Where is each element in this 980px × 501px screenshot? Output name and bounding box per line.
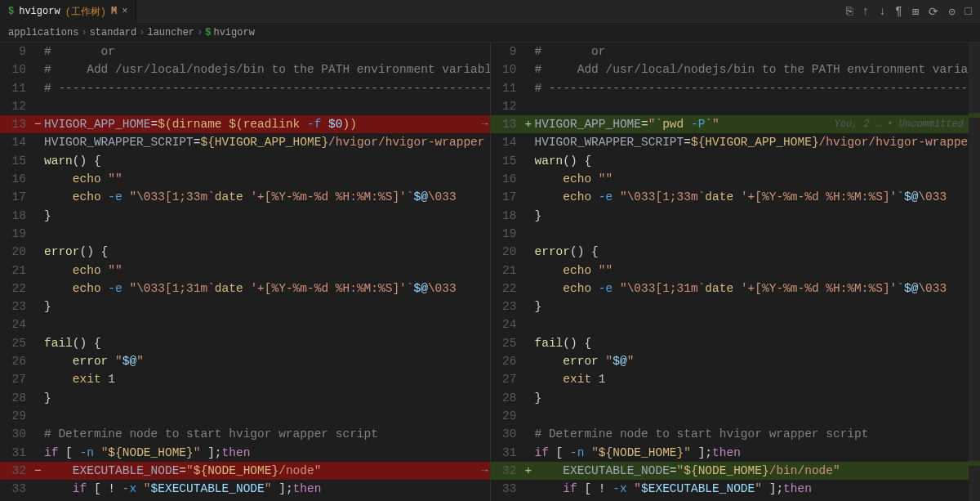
- diff-sign: [34, 207, 44, 225]
- line-number: 21: [0, 262, 34, 280]
- code-line[interactable]: 19: [491, 225, 981, 243]
- toolbar-icon-6[interactable]: ⊝: [948, 5, 955, 19]
- toolbar-icon-7[interactable]: □: [965, 5, 972, 18]
- code-line[interactable]: 13+HVIGOR_APP_HOME="`pwd -P`"You, 2 … • …: [491, 115, 981, 133]
- diff-sign: [34, 243, 44, 261]
- code-text: echo -e "\033[1;33m`date '+[%Y-%m-%d %H:…: [535, 188, 981, 206]
- diff-arrow-icon[interactable]: →: [482, 115, 488, 133]
- code-line[interactable]: 22 echo -e "\033[1;31m`date '+[%Y-%m-%d …: [491, 280, 981, 297]
- code-line[interactable]: 10# Add /usr/local/nodejs/bin to the PAT…: [491, 60, 981, 78]
- code-line[interactable]: 26 error "$@": [491, 352, 981, 370]
- code-line[interactable]: 25fail() {: [0, 334, 490, 352]
- code-area-right[interactable]: 9# or10# Add /usr/local/nodejs/bin to th…: [491, 42, 981, 501]
- code-line[interactable]: 23}: [491, 297, 981, 315]
- code-line[interactable]: 33 if [ ! -x "$EXECUTABLE_NODE" ];then: [491, 480, 981, 498]
- diff-pane-modified[interactable]: 9# or10# Add /usr/local/nodejs/bin to th…: [491, 42, 981, 501]
- code-line[interactable]: 18}: [0, 207, 490, 225]
- toolbar-icon-5[interactable]: ⟳: [929, 5, 938, 19]
- line-number: 28: [491, 389, 525, 407]
- code-line[interactable]: 10# Add /usr/local/nodejs/bin to the PAT…: [0, 60, 490, 78]
- code-line[interactable]: 21 echo "": [0, 262, 490, 280]
- code-line[interactable]: 26 error "$@": [0, 352, 490, 370]
- code-line[interactable]: 16 echo "": [0, 170, 490, 188]
- crumb[interactable]: standard: [90, 27, 137, 38]
- line-number: 33: [0, 480, 34, 498]
- code-line[interactable]: 34 fail "ERROR: NODE_HOME is set to an i…: [0, 498, 490, 501]
- code-line[interactable]: 27 exit 1: [491, 370, 981, 388]
- tab-suffix: (工作树): [65, 5, 106, 19]
- code-line[interactable]: 25fail() {: [491, 334, 981, 352]
- code-line[interactable]: 16 echo "": [491, 170, 981, 188]
- line-number: 19: [0, 225, 34, 243]
- code-line[interactable]: 18}: [491, 207, 981, 225]
- toolbar-icon-4[interactable]: ⊞: [912, 5, 919, 19]
- code-line[interactable]: 12: [491, 97, 981, 115]
- diff-sign: [525, 280, 535, 297]
- code-line[interactable]: 24: [491, 315, 981, 333]
- line-number: 12: [491, 97, 525, 115]
- line-number: 25: [491, 334, 525, 352]
- diff-pane-original[interactable]: 9# or10# Add /usr/local/nodejs/bin to th…: [0, 42, 491, 501]
- breadcrumb[interactable]: applications › standard › launcher › $ h…: [0, 23, 980, 42]
- code-line[interactable]: 32+ EXECUTABLE_NODE="${NODE_HOME}/bin/no…: [491, 462, 981, 480]
- line-number: 11: [491, 79, 525, 97]
- code-text: echo "": [535, 262, 981, 280]
- code-line[interactable]: 22 echo -e "\033[1;31m`date '+[%Y-%m-%d …: [0, 280, 490, 297]
- code-line[interactable]: 30# Determine node to start hvigor wrapp…: [0, 425, 490, 443]
- code-line[interactable]: 9# or: [491, 42, 981, 60]
- code-line[interactable]: 33 if [ ! -x "$EXECUTABLE_NODE" ];then: [0, 480, 490, 498]
- code-line[interactable]: 28}: [0, 389, 490, 407]
- code-line[interactable]: 15warn() {: [491, 152, 981, 170]
- code-line[interactable]: 17 echo -e "\033[1;33m`date '+[%Y-%m-%d …: [0, 188, 490, 206]
- toolbar-icon-2[interactable]: ↓: [879, 5, 885, 18]
- close-icon[interactable]: ×: [122, 6, 127, 17]
- diff-sign: [525, 370, 535, 388]
- code-line[interactable]: 19: [0, 225, 490, 243]
- code-text: }: [535, 297, 981, 315]
- code-line[interactable]: 15warn() {: [0, 152, 490, 170]
- code-line[interactable]: 17 echo -e "\033[1;33m`date '+[%Y-%m-%d …: [491, 188, 981, 206]
- code-line[interactable]: 29: [491, 407, 981, 425]
- code-line[interactable]: 23}: [0, 297, 490, 315]
- code-line[interactable]: 34 fail "ERROR: NODE_HOME is set to an i…: [491, 498, 981, 501]
- diff-sign: [525, 79, 535, 97]
- code-line[interactable]: 28}: [491, 389, 981, 407]
- code-text: if [ -n "${NODE_HOME}" ];then: [535, 444, 981, 462]
- code-line[interactable]: 32− EXECUTABLE_NODE="${NODE_HOME}/node"→: [0, 462, 490, 480]
- line-number: 13: [0, 115, 34, 133]
- code-line[interactable]: 29: [0, 407, 490, 425]
- crumb-file[interactable]: hvigorw: [213, 27, 254, 38]
- code-line[interactable]: 14HVIGOR_WRAPPER_SCRIPT=${HVIGOR_APP_HOM…: [0, 133, 490, 151]
- code-line[interactable]: 30# Determine node to start hvigor wrapp…: [491, 425, 981, 443]
- code-text: fail() {: [535, 334, 981, 352]
- code-line[interactable]: 11# ------------------------------------…: [0, 79, 490, 97]
- code-line[interactable]: 31if [ -n "${NODE_HOME}" ];then: [491, 444, 981, 462]
- code-line[interactable]: 21 echo "": [491, 262, 981, 280]
- code-line[interactable]: 20error() {: [491, 243, 981, 261]
- code-line[interactable]: 27 exit 1: [0, 370, 490, 388]
- crumb[interactable]: applications: [8, 27, 78, 38]
- code-line[interactable]: 31if [ -n "${NODE_HOME}" ];then: [0, 444, 490, 462]
- crumb[interactable]: launcher: [147, 27, 194, 38]
- code-line[interactable]: 12: [0, 97, 490, 115]
- toolbar-icon-1[interactable]: ↑: [862, 5, 869, 18]
- code-text: echo -e "\033[1;33m`date '+[%Y-%m-%d %H:…: [44, 188, 490, 206]
- line-number: 25: [0, 334, 34, 352]
- code-line[interactable]: 11# ------------------------------------…: [491, 79, 981, 97]
- code-line[interactable]: 14HVIGOR_WRAPPER_SCRIPT=${HVIGOR_APP_HOM…: [491, 133, 981, 151]
- code-line[interactable]: 9# or: [0, 42, 490, 60]
- toolbar-icon-3[interactable]: ¶: [895, 5, 902, 18]
- scrollbar-minimap[interactable]: [969, 42, 980, 501]
- code-line[interactable]: 20error() {: [0, 243, 490, 261]
- code-line[interactable]: 24: [0, 315, 490, 333]
- code-area-left[interactable]: 9# or10# Add /usr/local/nodejs/bin to th…: [0, 42, 490, 501]
- file-tab[interactable]: $ hvigorw (工作树) M ×: [0, 0, 136, 23]
- toolbar-icon-0[interactable]: ⎘: [846, 5, 853, 18]
- shell-icon: $: [205, 27, 211, 38]
- line-number: 21: [491, 262, 525, 280]
- diff-sign: [525, 425, 535, 443]
- chevron-right-icon: ›: [139, 27, 145, 38]
- diff-arrow-icon[interactable]: →: [482, 462, 488, 480]
- code-line[interactable]: 13−HVIGOR_APP_HOME=$(dirname $(readlink …: [0, 115, 490, 133]
- diff-sign: +: [525, 462, 535, 480]
